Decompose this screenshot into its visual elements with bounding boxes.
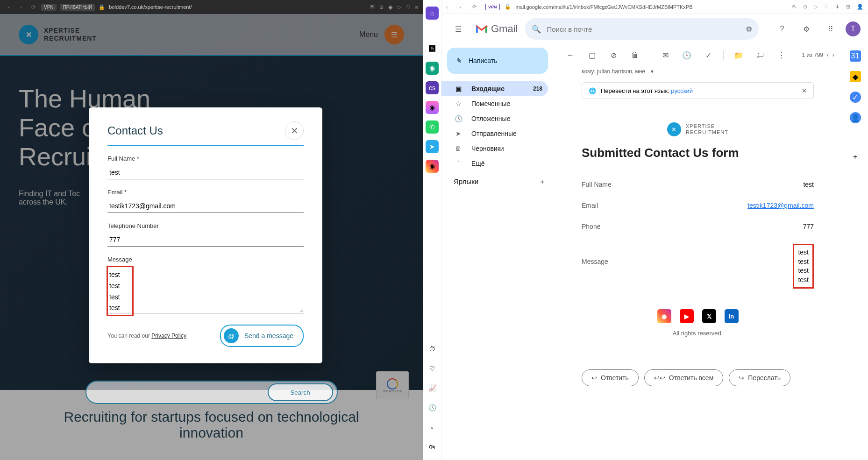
close-icon[interactable]: ✕ bbox=[802, 87, 807, 94]
shield-icon[interactable]: ◉ bbox=[388, 4, 393, 10]
back-icon[interactable]: ‹ bbox=[5, 3, 13, 11]
nav-item-star[interactable]: ☆Помеченные bbox=[441, 96, 548, 111]
search-bar[interactable]: Search bbox=[85, 381, 338, 404]
privacy-link[interactable]: Privacy Policy bbox=[151, 333, 186, 339]
search-button[interactable]: Search bbox=[268, 383, 333, 401]
profile-icon[interactable]: 👤 bbox=[857, 4, 863, 10]
forward-icon[interactable]: › bbox=[17, 3, 25, 11]
extension-icon[interactable]: ⊞ bbox=[846, 4, 850, 10]
nav-item-inbox[interactable]: ▣Входящие218 bbox=[441, 81, 548, 96]
nav-item-chevron[interactable]: ˅Ещё bbox=[441, 156, 548, 171]
telegram-icon[interactable]: ➤ bbox=[426, 140, 439, 153]
prev-icon[interactable]: ‹ bbox=[827, 52, 829, 58]
calendar-icon[interactable]: 31 bbox=[850, 50, 861, 62]
instagram-icon[interactable]: ◉ bbox=[657, 309, 671, 323]
menu-icon[interactable]: ≡ bbox=[415, 4, 418, 10]
row-value-email-link[interactable]: testik1723@gmail.com bbox=[747, 202, 814, 209]
search-input[interactable] bbox=[90, 389, 268, 396]
add-task-icon[interactable]: ✓ bbox=[699, 46, 718, 64]
labels-icon[interactable]: 🏷 bbox=[751, 46, 769, 64]
gmail-logo-icon bbox=[475, 24, 488, 34]
linkedin-icon[interactable]: in bbox=[725, 309, 739, 323]
youtube-icon[interactable]: ▶ bbox=[680, 309, 694, 323]
reload-icon[interactable]: ⟳ bbox=[472, 4, 481, 10]
forward-icon[interactable]: › bbox=[459, 4, 468, 10]
chatgpt-icon[interactable]: ◉ bbox=[426, 62, 439, 75]
settings-icon[interactable]: ⚙ bbox=[797, 20, 816, 38]
forward-icon: ↪ bbox=[739, 374, 744, 382]
tasks-icon[interactable]: ✓ bbox=[850, 92, 861, 103]
nav-item-send[interactable]: ➤Отправленные bbox=[441, 126, 548, 141]
nav-item-clock[interactable]: 🕓Отложенные bbox=[441, 111, 548, 126]
play-icon[interactable]: ▷ bbox=[398, 4, 401, 10]
phone-input[interactable] bbox=[107, 233, 304, 247]
help-icon[interactable]: ? bbox=[773, 20, 791, 38]
email-logo-line2: RECRUITMENT bbox=[686, 129, 728, 135]
app-icon-cs[interactable]: cs bbox=[426, 81, 439, 94]
instagram-icon[interactable]: ◉ bbox=[426, 160, 439, 173]
forward-button[interactable]: ↪Переслать bbox=[729, 369, 790, 386]
home-icon[interactable]: ⌂ bbox=[426, 7, 439, 20]
download-icon[interactable]: ⬇ bbox=[835, 4, 840, 10]
heart-outline-icon[interactable]: ♡ bbox=[426, 362, 439, 375]
gmail-search-bar[interactable]: 🔍 ⚙ bbox=[525, 18, 759, 40]
heart-icon[interactable]: ♡ bbox=[824, 4, 829, 10]
graph-icon[interactable]: 📈 bbox=[426, 382, 439, 395]
close-icon[interactable]: ✕ bbox=[285, 121, 304, 140]
contacts-icon[interactable]: 👤 bbox=[850, 112, 861, 123]
messenger-icon[interactable]: ◉ bbox=[426, 101, 439, 114]
email-input[interactable] bbox=[107, 199, 304, 213]
snooze-icon[interactable]: 🕓 bbox=[677, 46, 696, 64]
translate-bar: 🌐 Перевести на этот язык: русский ✕ bbox=[582, 82, 814, 99]
gmail-search-input[interactable] bbox=[547, 25, 740, 33]
compose-button[interactable]: ✎ Написать bbox=[447, 48, 548, 74]
chevron-down-icon[interactable]: ▾ bbox=[651, 68, 654, 75]
main-menu-icon[interactable]: ☰ bbox=[449, 20, 468, 38]
box-icon[interactable]: ▫ bbox=[426, 421, 439, 434]
x-twitter-icon[interactable]: 𝕏 bbox=[702, 309, 716, 323]
mark-unread-icon[interactable]: ✉ bbox=[656, 46, 675, 64]
shopping-icon[interactable]: 🛍 bbox=[426, 440, 439, 453]
search-icon[interactable]: 🔍 bbox=[532, 25, 541, 34]
filter-icon[interactable]: ⚙ bbox=[746, 25, 752, 34]
translate-link[interactable]: русский bbox=[671, 87, 693, 94]
camera-icon[interactable]: ⊙ bbox=[379, 4, 384, 10]
back-icon[interactable]: ‹ bbox=[446, 4, 455, 10]
email-title: Submitted Contact Us form bbox=[582, 146, 814, 160]
add-label-icon[interactable]: + bbox=[540, 177, 544, 185]
url-text[interactable]: mail.google.com/mail/u/1/#inbox/FMfcgzGw… bbox=[516, 4, 788, 10]
spam-icon[interactable]: ⊘ bbox=[604, 46, 623, 64]
vpn-badge: VPN bbox=[41, 4, 57, 11]
heart-icon[interactable]: ♡ bbox=[406, 4, 411, 10]
url-text[interactable]: bolddev7.co.uk/xpertise-recruitment/ bbox=[109, 4, 366, 10]
apps-grid-icon[interactable]: ⠿ bbox=[821, 20, 840, 38]
reply-all-label: Ответить всем bbox=[669, 374, 713, 382]
next-icon[interactable]: › bbox=[832, 52, 834, 58]
play-icon[interactable]: ▷ bbox=[814, 4, 818, 10]
send-message-button[interactable]: @ Send a message bbox=[220, 325, 304, 347]
message-textarea[interactable] bbox=[107, 267, 304, 313]
stopwatch-icon[interactable]: ⏱ bbox=[426, 342, 439, 355]
labels-header-text: Ярлыки bbox=[454, 177, 478, 185]
archive-icon[interactable]: ▢ bbox=[583, 46, 601, 64]
nav-item-file[interactable]: 🗎Черновики bbox=[441, 141, 548, 156]
back-to-inbox-icon[interactable]: ← bbox=[561, 46, 580, 64]
share-icon[interactable]: ⇱ bbox=[792, 4, 797, 10]
camera-icon[interactable]: ⊙ bbox=[803, 4, 807, 10]
add-addon-icon[interactable]: + bbox=[850, 151, 861, 163]
keep-icon[interactable]: ◆ bbox=[850, 71, 861, 82]
more-icon[interactable]: ⋮ bbox=[772, 46, 791, 64]
share-icon[interactable]: ⇱ bbox=[370, 4, 375, 10]
whatsapp-icon[interactable]: ✆ bbox=[426, 120, 439, 134]
reload-icon[interactable]: ⟳ bbox=[29, 3, 37, 11]
full-name-input[interactable] bbox=[107, 166, 304, 179]
app-icon-1[interactable]: 🅰 bbox=[426, 42, 439, 55]
user-avatar[interactable]: T bbox=[846, 21, 861, 36]
reply-button[interactable]: ↩Ответить bbox=[582, 369, 639, 386]
delete-icon[interactable]: 🗑 bbox=[626, 46, 644, 64]
at-icon: @ bbox=[224, 328, 239, 343]
history-icon[interactable]: 🕓 bbox=[426, 401, 439, 414]
reply-all-button[interactable]: ↩↩Ответить всем bbox=[644, 369, 723, 386]
move-to-icon[interactable]: 📁 bbox=[729, 46, 748, 64]
gmail-logo[interactable]: Gmail bbox=[475, 23, 518, 35]
